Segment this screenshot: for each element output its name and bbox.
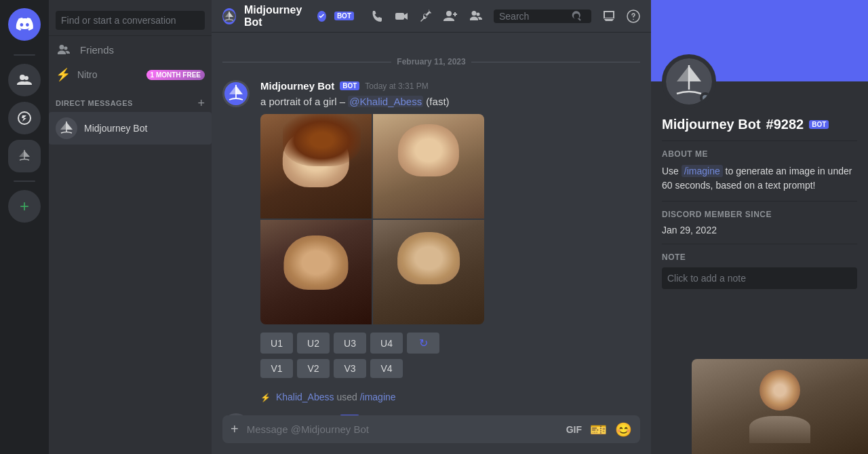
help-icon[interactable] bbox=[627, 10, 640, 23]
sidebar-divider-2 bbox=[14, 181, 35, 182]
btn-u3[interactable]: U3 bbox=[334, 333, 366, 354]
bot-badge-1: BOT bbox=[340, 81, 359, 90]
date-divider-text: February 11, 2023 bbox=[397, 57, 465, 67]
profile-divider-3 bbox=[662, 244, 857, 244]
about-me-title: ABOUT ME bbox=[662, 149, 857, 159]
channel-header: Midjourney Bot BOT bbox=[212, 0, 651, 33]
add-friend-icon[interactable] bbox=[443, 10, 458, 22]
emoji-icon[interactable]: 😊 bbox=[615, 421, 632, 438]
system-msg-command[interactable]: /imagine bbox=[360, 392, 396, 402]
portrait-image-4[interactable] bbox=[373, 220, 484, 324]
friends-icon bbox=[56, 41, 72, 58]
dm-user-midjourney[interactable]: Midjourney Bot bbox=[49, 112, 212, 145]
btn-refresh[interactable]: ↻ bbox=[407, 333, 439, 354]
avatar-midjourney bbox=[56, 117, 77, 139]
portrait-image-2[interactable] bbox=[373, 114, 484, 219]
profile-divider-2 bbox=[662, 201, 857, 202]
message-group-1: Midjourney Bot BOT Today at 3:31 PM a po… bbox=[212, 77, 651, 386]
dm-search-bar bbox=[49, 0, 212, 36]
note-input[interactable]: Click to add a note bbox=[662, 267, 857, 289]
system-msg-username[interactable]: Khalid_Abess bbox=[276, 392, 334, 402]
message-input[interactable] bbox=[247, 415, 558, 443]
about-me-highlight: /imagine bbox=[682, 165, 723, 177]
friends-label: Friends bbox=[80, 44, 114, 56]
messages-area: February 11, 2023 Midjourney Bot BOT Tod… bbox=[212, 33, 651, 415]
profile-status-dot bbox=[700, 92, 711, 103]
date-divider-line-right bbox=[471, 62, 640, 62]
direct-messages-header: DIRECT MESSAGES + bbox=[49, 86, 212, 112]
server-sidebar: + bbox=[0, 0, 49, 454]
about-me-text: Use /imagine to generate an image in und… bbox=[662, 164, 857, 193]
discord-logo[interactable] bbox=[8, 8, 41, 41]
add-dm-button[interactable]: + bbox=[197, 97, 205, 109]
sidebar-divider bbox=[14, 54, 35, 56]
dm-panel: Friends ⚡ Nitro 1 MONTH FREE DIRECT MESS… bbox=[49, 0, 212, 454]
nitro-item[interactable]: ⚡ Nitro 1 MONTH FREE bbox=[49, 63, 212, 86]
add-server-button[interactable]: + bbox=[8, 190, 41, 223]
main-content: Midjourney Bot BOT bbox=[212, 0, 651, 454]
profile-discriminator: #9282 bbox=[766, 117, 804, 132]
gif-icon[interactable]: GIF bbox=[566, 424, 582, 435]
msg-username-1: Midjourney Bot bbox=[260, 80, 334, 92]
channel-name: Midjourney Bot bbox=[244, 4, 309, 29]
dm-username: Midjourney Bot bbox=[84, 123, 147, 134]
search-input[interactable] bbox=[499, 11, 567, 22]
attach-icon[interactable]: + bbox=[231, 421, 239, 437]
image-grid bbox=[260, 114, 484, 324]
profile-name: Midjourney Bot bbox=[662, 117, 761, 132]
spin-icon: ↻ bbox=[419, 337, 428, 349]
note-title: NOTE bbox=[662, 252, 857, 262]
video-icon[interactable] bbox=[395, 10, 408, 23]
msg-content-1: Midjourney Bot BOT Today at 3:31 PM a po… bbox=[260, 80, 640, 383]
msg-text-suffix: (fast) bbox=[423, 96, 449, 107]
btn-u4[interactable]: U4 bbox=[370, 333, 403, 354]
action-buttons-row2: V1 V2 V3 V4 bbox=[260, 359, 640, 378]
btn-v2[interactable]: V2 bbox=[297, 359, 330, 378]
server-icon-nitro[interactable] bbox=[8, 102, 41, 134]
about-me-before: Use bbox=[662, 166, 682, 176]
verified-icon bbox=[317, 11, 326, 22]
portrait-image-3[interactable] bbox=[260, 220, 372, 324]
profile-name-row: Midjourney Bot #9282 BOT bbox=[662, 117, 857, 132]
message-group-2: Midjourney Bot BOT Today at 3:32 PM Send… bbox=[212, 411, 651, 415]
nitro-badge: 1 MONTH FREE bbox=[146, 70, 205, 80]
member-since-title: DISCORD MEMBER SINCE bbox=[662, 210, 857, 219]
btn-v3[interactable]: V3 bbox=[334, 359, 366, 378]
pin-icon[interactable] bbox=[419, 10, 433, 23]
date-divider: February 11, 2023 bbox=[222, 57, 640, 67]
btn-v1[interactable]: V1 bbox=[260, 359, 293, 378]
search-icon bbox=[571, 11, 582, 22]
server-icon-midjourney[interactable] bbox=[8, 140, 41, 172]
bot-badge-header: BOT bbox=[334, 12, 354, 20]
profile-avatar-large bbox=[662, 54, 716, 109]
members-icon[interactable] bbox=[469, 10, 483, 22]
action-buttons-row1: U1 U2 U3 U4 ↻ bbox=[260, 333, 640, 354]
channel-avatar bbox=[222, 8, 236, 24]
nitro-label: Nitro bbox=[77, 69, 98, 80]
video-overlay bbox=[692, 359, 868, 454]
server-icon-friends[interactable] bbox=[8, 64, 41, 96]
system-msg-action: used bbox=[336, 392, 359, 402]
btn-u1[interactable]: U1 bbox=[260, 333, 293, 354]
date-divider-line-left bbox=[222, 62, 391, 62]
friends-item[interactable]: Friends bbox=[49, 36, 212, 63]
btn-u2[interactable]: U2 bbox=[297, 333, 330, 354]
system-message: ⚡ Khalid_Abess used /imagine bbox=[212, 389, 651, 405]
msg-text-prefix: a portrait of a girl – bbox=[260, 96, 348, 107]
btn-v4[interactable]: V4 bbox=[370, 359, 403, 378]
right-panel: Midjourney Bot #9282 BOT ABOUT ME Use /i… bbox=[651, 0, 868, 454]
profile-divider-1 bbox=[662, 140, 857, 141]
inbox-icon[interactable] bbox=[602, 10, 616, 23]
find-conversation-input[interactable] bbox=[56, 11, 205, 30]
sticker-icon[interactable]: 🎫 bbox=[590, 421, 607, 438]
profile-body: Midjourney Bot #9282 BOT ABOUT ME Use /i… bbox=[651, 81, 868, 300]
phone-icon[interactable] bbox=[370, 10, 384, 23]
msg-mention[interactable]: @Khalid_Abess bbox=[348, 96, 423, 107]
portrait-image-1[interactable] bbox=[260, 114, 372, 219]
msg-header-1: Midjourney Bot BOT Today at 3:31 PM bbox=[260, 80, 640, 92]
header-icons bbox=[370, 10, 640, 23]
video-person bbox=[692, 359, 868, 454]
search-box bbox=[494, 10, 591, 23]
nitro-icon: ⚡ bbox=[56, 67, 71, 82]
msg-timestamp-1: Today at 3:31 PM bbox=[365, 81, 428, 91]
